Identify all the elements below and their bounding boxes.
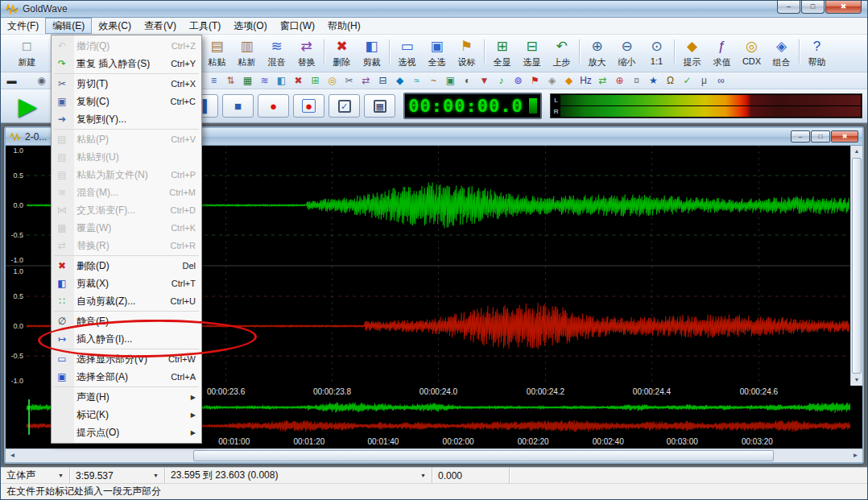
- channel-mode-selector[interactable]: 立体声 ▼: [1, 468, 70, 483]
- vertical-scrollbar[interactable]: ▲ ▼: [850, 146, 862, 386]
- horizontal-scroll-track[interactable]: [19, 449, 849, 462]
- length-selector[interactable]: 3:59.537 ▼: [70, 468, 165, 483]
- toolbar-button-上步[interactable]: ↶上步: [547, 36, 577, 68]
- toolbar-button-粘贴[interactable]: ▤粘贴: [202, 36, 232, 68]
- edit-menu-item-插入静音[interactable]: ↦插入静音(I)...: [52, 330, 201, 348]
- edit-menu-item-自动剪裁[interactable]: ∷自动剪裁(Z)...Ctrl+U: [52, 292, 201, 310]
- effect-icon-20[interactable]: ⊚: [510, 73, 527, 88]
- menubar-item-编辑[interactable]: 编辑(E): [45, 18, 92, 34]
- toolbar-button-全显[interactable]: ⊞全显: [487, 36, 517, 68]
- edit-menu-item-提示点[interactable]: 提示点(O)▶: [52, 424, 201, 441]
- toolbar-button-粘新[interactable]: ▥粘新: [232, 36, 262, 68]
- effect-icon-32[interactable]: ∞: [713, 73, 730, 88]
- edit-menu-item-复制到[interactable]: ➔复制到(Y)...: [52, 110, 201, 128]
- edit-menu-item-删除[interactable]: ✖删除(D)Del: [52, 257, 201, 275]
- toolbar-button-提示[interactable]: ◆提示: [677, 36, 707, 68]
- edit-menu-item-粘贴[interactable]: ▤粘贴(P)Ctrl+V: [52, 130, 201, 148]
- edit-menu-item-选择显示部分[interactable]: ▭选择显示部分(V)Ctrl+W: [52, 350, 201, 368]
- scroll-left-arrow[interactable]: ◄: [6, 449, 19, 462]
- effect-icon-22[interactable]: ◈: [544, 73, 560, 88]
- effect-icon-6[interactable]: ◧: [273, 73, 290, 88]
- document-minimize-button[interactable]: –: [791, 130, 810, 143]
- effect-icon-19[interactable]: ♪: [493, 73, 510, 88]
- effect-icon-3[interactable]: ⇅: [222, 73, 239, 88]
- scroll-down-arrow[interactable]: ▼: [851, 374, 862, 386]
- edit-menu-item-撤消[interactable]: ↶撤消(Q)Ctrl+Z: [52, 37, 201, 55]
- edit-menu-item-选择全部[interactable]: ▣选择全部(A)Ctrl+A: [52, 368, 201, 386]
- effect-icon-12[interactable]: ⊟: [374, 73, 391, 88]
- effect-icon-27[interactable]: ¤: [628, 73, 645, 88]
- toolbar-button-选显[interactable]: ⊟选显: [517, 36, 547, 68]
- menubar-item-文件[interactable]: 文件(F): [1, 18, 45, 34]
- menubar-item-窗口[interactable]: 窗口(W): [274, 18, 321, 34]
- effect-icon-31[interactable]: μ: [696, 73, 713, 88]
- edit-menu-item-剪切[interactable]: ✂剪切(T)Ctrl+X: [52, 75, 201, 93]
- vertical-scroll-thumb[interactable]: [852, 158, 862, 374]
- effect-icon-18[interactable]: ▼: [476, 73, 493, 88]
- effect-icon-9[interactable]: ◎: [324, 73, 341, 88]
- effect-icon-7[interactable]: ✖: [290, 73, 307, 88]
- effect-icon-14[interactable]: ≈: [408, 73, 425, 88]
- tool-icon-2[interactable]: ◉: [33, 73, 50, 88]
- effect-icon-28[interactable]: ★: [645, 73, 662, 88]
- effect-icon-11[interactable]: ⇄: [358, 73, 374, 88]
- edit-menu-item-复制[interactable]: ▣复制(C)Ctrl+C: [52, 93, 201, 110]
- toolbar-button-缩小[interactable]: ⊖缩小: [612, 36, 642, 68]
- title-bar[interactable]: GoldWave – □ ✖: [1, 1, 867, 18]
- maximize-button[interactable]: □: [801, 1, 825, 14]
- horizontal-scrollbar[interactable]: ◄ ►: [6, 448, 862, 462]
- edit-menu-item-粘贴到[interactable]: ▤粘贴到(U): [52, 148, 201, 166]
- effect-icon-13[interactable]: ◆: [391, 73, 408, 88]
- effect-icon-23[interactable]: ◆: [560, 73, 577, 88]
- record-options-button[interactable]: ✓: [329, 94, 360, 118]
- effect-icon-25[interactable]: ⇄: [594, 73, 611, 88]
- effect-icon-29[interactable]: Ω: [662, 73, 679, 88]
- horizontal-scroll-thumb[interactable]: [193, 450, 774, 461]
- edit-menu-item-声道[interactable]: 声道(H)▶: [52, 388, 201, 406]
- menubar-item-效果[interactable]: 效果(C): [92, 18, 138, 34]
- record-selection-button[interactable]: ●: [293, 94, 324, 118]
- effect-icon-24[interactable]: Hz: [577, 73, 594, 88]
- toolbar-button-1:1[interactable]: ⊙1:1: [642, 36, 672, 66]
- toolbar-button-放大[interactable]: ⊕放大: [582, 36, 612, 68]
- edit-menu-item-标记[interactable]: 标记(K)▶: [52, 406, 201, 424]
- toolbar-button-设标[interactable]: ⚑设标: [452, 36, 482, 68]
- toolbar-button-组合[interactable]: ◈组合: [767, 36, 796, 68]
- menubar-item-工具[interactable]: 工具(T): [183, 18, 227, 34]
- effect-icon-10[interactable]: ✂: [341, 73, 358, 88]
- effect-icon-30[interactable]: ✓: [679, 73, 696, 88]
- stop-button[interactable]: ■: [222, 94, 254, 118]
- edit-menu-item-粘贴为新文件[interactable]: ▤粘贴为新文件(N)Ctrl+P: [52, 166, 201, 184]
- effect-icon-15[interactable]: ~: [425, 73, 442, 88]
- tool-icon-1[interactable]: ▬: [3, 73, 20, 88]
- toolbar-button-求值[interactable]: ƒ求值: [707, 36, 737, 68]
- display-options-button[interactable]: ▦: [364, 94, 395, 118]
- toolbar-button-选视[interactable]: ▭选视: [392, 36, 422, 68]
- toolbar-button-新建[interactable]: □新建: [12, 36, 42, 68]
- toolbar-button-全选[interactable]: ▣全选: [422, 36, 452, 68]
- edit-menu-item-覆盖[interactable]: ▩覆盖(W)Ctrl+K: [52, 219, 201, 237]
- effect-icon-17[interactable]: ◐: [459, 73, 476, 88]
- toolbar-button-删除[interactable]: ✖删除: [327, 36, 357, 68]
- effect-icon-8[interactable]: ⊞: [307, 73, 324, 88]
- play-button[interactable]: ▶: [19, 94, 37, 118]
- record-button[interactable]: ●: [258, 94, 289, 118]
- toolbar-button-替换[interactable]: ⇄替换: [291, 36, 321, 68]
- edit-menu-item-替换[interactable]: ⇄替换(R)Ctrl+R: [52, 237, 201, 254]
- edit-menu-item-重复 插入静音[interactable]: ↷重复 插入静音(S)Ctrl+Y: [52, 55, 201, 72]
- document-maximize-button[interactable]: □: [811, 130, 830, 143]
- toolbar-button-帮助[interactable]: ?帮助: [802, 36, 832, 68]
- menubar-item-选项[interactable]: 选项(O): [227, 18, 273, 34]
- toolbar-button-剪裁[interactable]: ◧剪裁: [357, 36, 386, 68]
- scroll-right-arrow[interactable]: ►: [849, 449, 862, 462]
- close-button[interactable]: ✖: [825, 1, 862, 14]
- toolbar-button-CDX[interactable]: ◎CDX: [737, 36, 767, 66]
- minimize-button[interactable]: –: [777, 1, 800, 14]
- effect-icon-5[interactable]: ≋: [256, 73, 273, 88]
- effect-icon-26[interactable]: ⊕: [611, 73, 628, 88]
- vertical-scroll-track[interactable]: [851, 157, 862, 374]
- edit-menu-item-混音[interactable]: ≋混音(M)...Ctrl+M: [52, 184, 201, 201]
- scroll-up-arrow[interactable]: ▲: [851, 146, 862, 157]
- effect-icon-16[interactable]: ▣: [442, 73, 459, 88]
- edit-menu-item-交叉渐变[interactable]: ⋈交叉渐变(F)...Ctrl+D: [52, 201, 201, 219]
